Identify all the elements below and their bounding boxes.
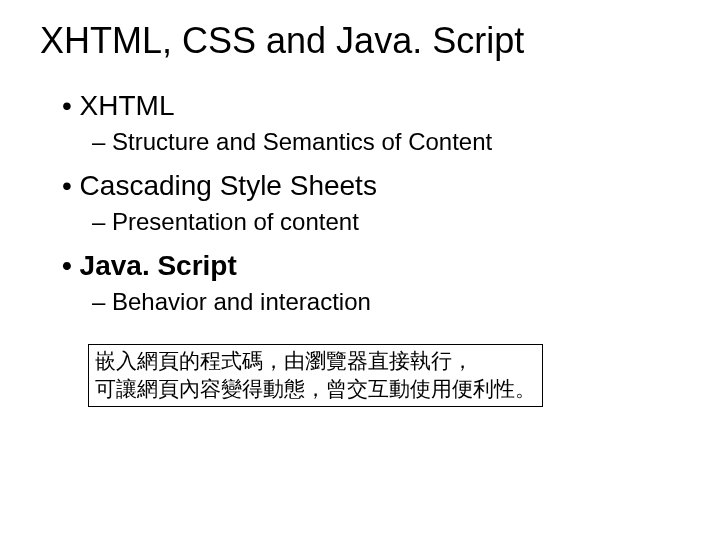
sub-bullet: Behavior and interaction <box>92 288 680 316</box>
sub-bullet: Structure and Semantics of Content <box>92 128 680 156</box>
slide-title: XHTML, CSS and Java. Script <box>40 20 680 62</box>
bullet-label: XHTML <box>80 90 175 121</box>
sub-bullet: Presentation of content <box>92 208 680 236</box>
bullet-css: Cascading Style Sheets Presentation of c… <box>62 170 680 236</box>
bullet-label: Cascading Style Sheets <box>80 170 377 201</box>
note-line-2: 可讓網頁內容變得動態，曾交互動使用便利性。 <box>95 377 536 400</box>
note-box: 嵌入網頁的程式碼，由瀏覽器直接執行， 可讓網頁內容變得動態，曾交互動使用便利性。 <box>88 344 543 407</box>
bullet-javascript: Java. Script Behavior and interaction <box>62 250 680 316</box>
bullet-label: Java. Script <box>80 250 237 281</box>
bullet-list: XHTML Structure and Semantics of Content… <box>40 90 680 316</box>
slide: XHTML, CSS and Java. Script XHTML Struct… <box>0 0 720 407</box>
bullet-xhtml: XHTML Structure and Semantics of Content <box>62 90 680 156</box>
note-line-1: 嵌入網頁的程式碼，由瀏覽器直接執行， <box>95 349 473 372</box>
